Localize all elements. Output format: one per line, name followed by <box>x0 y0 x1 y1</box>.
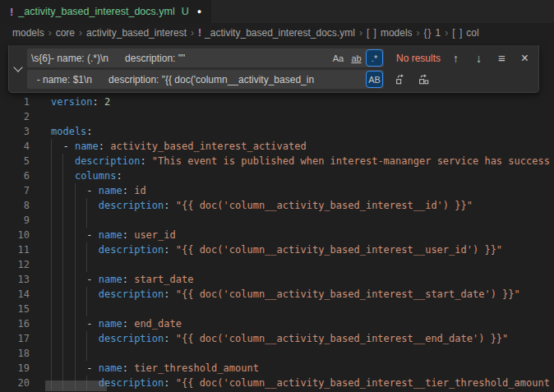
breadcrumb-item[interactable]: activity_based_interest <box>86 27 187 39</box>
next-match-icon[interactable]: ↓ <box>470 49 487 67</box>
yaml-file-icon: ! <box>198 27 201 39</box>
regex-icon[interactable]: .* <box>367 50 382 66</box>
line-number: 11 <box>0 242 30 257</box>
indent-guide <box>75 213 76 228</box>
breadcrumb-item[interactable]: !_activity_based_interest_docs.yml <box>198 27 355 39</box>
indent-guide <box>51 302 52 316</box>
indent-guide <box>62 331 63 346</box>
line-content: - name: activity_based_interest_activate… <box>51 139 307 154</box>
indent-guide <box>75 198 76 213</box>
breadcrumb-separator-icon: › <box>417 27 420 39</box>
indent-guide <box>51 316 52 331</box>
close-icon[interactable]: × <box>516 49 533 67</box>
breadcrumb-item[interactable]: models <box>12 27 44 39</box>
replace-all-icon[interactable] <box>415 71 432 88</box>
code-line[interactable]: 11 description: "{{ doc('column__activit… <box>0 242 554 257</box>
find-input[interactable]: \s{6}- name: (.*)\n description: "" Aa a… <box>27 48 384 67</box>
preserve-case-icon[interactable]: AB <box>367 71 382 87</box>
line-number: 10 <box>0 228 30 242</box>
indent-guide <box>75 272 76 287</box>
code-line[interactable]: 15 <box>0 302 554 316</box>
horizontal-scrollbar[interactable] <box>45 380 107 391</box>
indent-guide <box>51 346 52 361</box>
indent-guide <box>62 316 63 331</box>
code-line[interactable]: 13 - name: start_date <box>0 272 554 287</box>
code-line[interactable]: 12 <box>0 257 554 272</box>
line-number: 6 <box>0 168 30 183</box>
breadcrumb-item[interactable]: core <box>56 27 75 39</box>
breadcrumb-label: models <box>381 27 413 39</box>
code-line[interactable]: 8 description: "{{ doc('column__activity… <box>0 198 554 213</box>
code-line[interactable]: 7 - name: id <box>0 183 554 198</box>
dirty-indicator-icon[interactable]: ● <box>197 7 201 16</box>
breadcrumb-item[interactable]: {}1 <box>424 27 441 39</box>
code-line[interactable]: 16 - name: end_date <box>0 316 554 331</box>
find-replace-widget: \s{6}- name: (.*)\n description: "" Aa a… <box>8 45 539 93</box>
line-content: - name: start_date <box>51 272 193 287</box>
code-line[interactable]: 19 - name: tier_threshold_amount <box>0 361 554 376</box>
line-number: 14 <box>0 287 30 302</box>
breadcrumb: models›core›activity_based_interest›!_ac… <box>0 23 554 43</box>
code-line[interactable]: 10 - name: user_id <box>0 228 554 242</box>
indent-guide <box>75 228 76 242</box>
line-content: description: "{{ doc('column__activity_b… <box>51 198 473 213</box>
previous-match-icon[interactable]: ↑ <box>447 49 464 67</box>
line-number: 12 <box>0 257 30 272</box>
code-line[interactable]: 2 <box>0 109 554 124</box>
indent-guide <box>62 272 63 287</box>
indent-guide <box>86 213 87 228</box>
whole-word-icon[interactable]: ab <box>349 50 364 66</box>
toggle-replace-button[interactable] <box>9 45 27 92</box>
replace-row: - name: $1\n description: "{{ doc('colum… <box>27 70 533 89</box>
match-case-icon[interactable]: Aa <box>330 50 346 66</box>
breadcrumb-item[interactable]: [ ]models <box>367 27 413 39</box>
indent-guide <box>75 361 76 376</box>
yaml-file-icon: ! <box>10 6 13 18</box>
breadcrumb-item[interactable]: [ ]col <box>452 27 478 39</box>
symbol-kind-icon: [ ] <box>452 27 463 39</box>
line-content: - name: id <box>51 183 146 198</box>
line-content: - name: end_date <box>51 316 182 331</box>
breadcrumb-label: _activity_based_interest_docs.yml <box>205 27 355 39</box>
indent-guide <box>75 331 76 346</box>
indent-guide <box>62 228 63 242</box>
code-line[interactable]: 6 columns: <box>0 168 554 183</box>
tab-activity-based-interest-docs[interactable]: ! _activity_based_interest_docs.yml U ● <box>0 0 211 23</box>
code-line[interactable]: 1version: 2 <box>0 95 554 109</box>
line-number: 2 <box>0 109 30 124</box>
indent-guide <box>51 331 52 346</box>
breadcrumb-label: activity_based_interest <box>86 27 187 39</box>
indent-guide <box>62 168 63 183</box>
code-line[interactable]: 5 description: "This event is published … <box>0 154 554 168</box>
line-content: version: 2 <box>51 95 110 109</box>
line-content: description: "{{ doc('column__activity_b… <box>51 242 502 257</box>
code-line[interactable]: 9 <box>0 213 554 228</box>
line-content: description: "{{ doc('column__activity_b… <box>51 331 508 346</box>
code-line[interactable]: 18 <box>0 346 554 361</box>
find-in-selection-icon[interactable]: ≡ <box>493 49 510 67</box>
line-content: columns: <box>51 168 122 183</box>
tab-bar: ! _activity_based_interest_docs.yml U ● <box>0 0 554 23</box>
indent-guide <box>75 257 76 272</box>
code-line[interactable]: 14 description: "{{ doc('column__activit… <box>0 287 554 302</box>
line-number: 19 <box>0 361 30 376</box>
indent-guide <box>51 213 52 228</box>
breadcrumb-label: models <box>12 27 44 39</box>
line-content: description: "{{ doc('column__activity_b… <box>51 287 520 302</box>
code-line[interactable]: 4 - name: activity_based_interest_activa… <box>0 139 554 154</box>
indent-guide <box>51 287 52 302</box>
indent-guide <box>86 198 87 213</box>
code-editor[interactable]: 1version: 223models:4 - name: activity_b… <box>0 95 554 390</box>
replace-input[interactable]: - name: $1\n description: "{{ doc('colum… <box>27 70 384 89</box>
indent-guide <box>86 302 87 316</box>
replace-icon[interactable] <box>392 71 409 88</box>
code-line[interactable]: 3models: <box>0 124 554 139</box>
indent-guide <box>51 139 52 154</box>
line-number: 7 <box>0 183 30 198</box>
indent-guide <box>86 257 87 272</box>
code-line[interactable]: 17 description: "{{ doc('column__activit… <box>0 331 554 346</box>
indent-guide <box>51 183 52 198</box>
indent-guide <box>51 257 52 272</box>
find-row: \s{6}- name: (.*)\n description: "" Aa a… <box>27 48 533 67</box>
indent-guide <box>75 346 76 361</box>
